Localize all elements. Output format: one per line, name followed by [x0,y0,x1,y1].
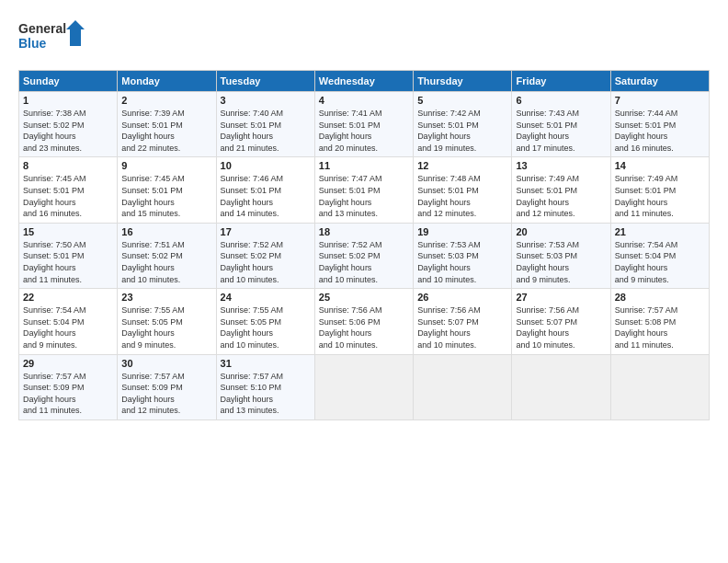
day-info: Sunrise: 7:50 AMSunset: 5:01 PMDaylight … [23,239,113,285]
day-number: 4 [319,95,409,106]
day-number: 24 [221,292,311,303]
day-number: 7 [615,95,705,106]
day-info: Sunrise: 7:40 AMSunset: 5:01 PMDaylight … [221,108,311,154]
calendar-cell: 26Sunrise: 7:56 AMSunset: 5:07 PMDayligh… [414,289,512,354]
day-number: 22 [23,292,113,303]
day-number: 3 [221,95,311,106]
calendar-cell: 25Sunrise: 7:56 AMSunset: 5:06 PMDayligh… [314,289,413,354]
day-number: 5 [417,95,507,106]
calendar-cell: 28Sunrise: 7:57 AMSunset: 5:08 PMDayligh… [610,289,709,354]
day-info: Sunrise: 7:38 AMSunset: 5:02 PMDaylight … [23,108,113,154]
weekday-header-monday: Monday [118,71,216,92]
day-info: Sunrise: 7:51 AMSunset: 5:02 PMDaylight … [121,239,211,285]
calendar-cell: 31Sunrise: 7:57 AMSunset: 5:10 PMDayligh… [216,354,314,419]
day-info: Sunrise: 7:57 AMSunset: 5:09 PMDaylight … [23,371,113,417]
day-info: Sunrise: 7:45 AMSunset: 5:01 PMDaylight … [121,173,211,219]
day-info: Sunrise: 7:41 AMSunset: 5:01 PMDaylight … [319,108,409,154]
day-number: 16 [121,226,211,237]
day-number: 15 [23,226,113,237]
calendar-cell: 3Sunrise: 7:40 AMSunset: 5:01 PMDaylight… [216,92,314,157]
header: General Blue [18,17,710,61]
day-number: 26 [417,292,507,303]
logo-svg: General Blue [18,17,92,61]
day-number: 11 [319,160,409,171]
day-number: 30 [121,358,211,369]
day-info: Sunrise: 7:56 AMSunset: 5:07 PMDaylight … [516,304,606,350]
calendar-cell: 20Sunrise: 7:53 AMSunset: 5:03 PMDayligh… [512,223,610,288]
day-info: Sunrise: 7:39 AMSunset: 5:01 PMDaylight … [121,108,211,154]
calendar-cell: 5Sunrise: 7:42 AMSunset: 5:01 PMDaylight… [414,92,512,157]
day-number: 18 [319,226,409,237]
day-info: Sunrise: 7:49 AMSunset: 5:01 PMDaylight … [516,173,606,219]
logo: General Blue [18,17,92,61]
calendar-cell: 4Sunrise: 7:41 AMSunset: 5:01 PMDaylight… [314,92,413,157]
weekday-header-tuesday: Tuesday [216,71,314,92]
calendar-cell: 17Sunrise: 7:52 AMSunset: 5:02 PMDayligh… [216,223,314,288]
day-number: 14 [615,160,705,171]
day-info: Sunrise: 7:55 AMSunset: 5:05 PMDaylight … [121,304,211,350]
day-number: 27 [516,292,606,303]
calendar-week-row: 15Sunrise: 7:50 AMSunset: 5:01 PMDayligh… [19,223,710,288]
calendar-cell: 16Sunrise: 7:51 AMSunset: 5:02 PMDayligh… [118,223,216,288]
day-number: 28 [615,292,705,303]
day-info: Sunrise: 7:56 AMSunset: 5:07 PMDaylight … [417,304,507,350]
day-info: Sunrise: 7:57 AMSunset: 5:09 PMDaylight … [121,371,211,417]
day-info: Sunrise: 7:54 AMSunset: 5:04 PMDaylight … [615,239,705,285]
calendar-cell: 23Sunrise: 7:55 AMSunset: 5:05 PMDayligh… [118,289,216,354]
calendar-week-row: 8Sunrise: 7:45 AMSunset: 5:01 PMDaylight… [19,157,710,223]
calendar-cell: 1Sunrise: 7:38 AMSunset: 5:02 PMDaylight… [19,92,118,157]
calendar-cell: 6Sunrise: 7:43 AMSunset: 5:01 PMDaylight… [512,92,610,157]
calendar-cell: 13Sunrise: 7:49 AMSunset: 5:01 PMDayligh… [512,157,610,223]
calendar-cell: 21Sunrise: 7:54 AMSunset: 5:04 PMDayligh… [610,223,709,288]
weekday-header-friday: Friday [512,71,610,92]
calendar-cell: 2Sunrise: 7:39 AMSunset: 5:01 PMDaylight… [118,92,216,157]
day-info: Sunrise: 7:52 AMSunset: 5:02 PMDaylight … [319,239,409,285]
day-number: 20 [516,226,606,237]
weekday-header-sunday: Sunday [19,71,118,92]
calendar-cell: 27Sunrise: 7:56 AMSunset: 5:07 PMDayligh… [512,289,610,354]
day-number: 23 [121,292,211,303]
calendar-week-row: 1Sunrise: 7:38 AMSunset: 5:02 PMDaylight… [19,92,710,157]
svg-text:Blue: Blue [18,36,47,51]
day-number: 25 [319,292,409,303]
calendar-cell [512,354,610,419]
calendar-table: SundayMondayTuesdayWednesdayThursdayFrid… [18,70,710,420]
calendar-cell: 10Sunrise: 7:46 AMSunset: 5:01 PMDayligh… [216,157,314,223]
weekday-header-wednesday: Wednesday [314,71,413,92]
day-info: Sunrise: 7:52 AMSunset: 5:02 PMDaylight … [221,239,311,285]
calendar-cell: 11Sunrise: 7:47 AMSunset: 5:01 PMDayligh… [314,157,413,223]
day-info: Sunrise: 7:55 AMSunset: 5:05 PMDaylight … [221,304,311,350]
day-info: Sunrise: 7:56 AMSunset: 5:06 PMDaylight … [319,304,409,350]
calendar-cell: 8Sunrise: 7:45 AMSunset: 5:01 PMDaylight… [19,157,118,223]
calendar-cell: 15Sunrise: 7:50 AMSunset: 5:01 PMDayligh… [19,223,118,288]
calendar-cell: 29Sunrise: 7:57 AMSunset: 5:09 PMDayligh… [19,354,118,419]
calendar-cell: 22Sunrise: 7:54 AMSunset: 5:04 PMDayligh… [19,289,118,354]
calendar-cell: 7Sunrise: 7:44 AMSunset: 5:01 PMDaylight… [610,92,709,157]
calendar-cell: 18Sunrise: 7:52 AMSunset: 5:02 PMDayligh… [314,223,413,288]
calendar-week-row: 29Sunrise: 7:57 AMSunset: 5:09 PMDayligh… [19,354,710,419]
day-number: 17 [221,226,311,237]
day-info: Sunrise: 7:57 AMSunset: 5:08 PMDaylight … [615,304,705,350]
day-number: 19 [417,226,507,237]
calendar-cell: 19Sunrise: 7:53 AMSunset: 5:03 PMDayligh… [414,223,512,288]
page: General Blue SundayMondayTuesdayWednesda… [0,0,728,430]
day-number: 10 [221,160,311,171]
svg-marker-2 [66,20,85,46]
calendar-cell: 14Sunrise: 7:49 AMSunset: 5:01 PMDayligh… [610,157,709,223]
day-info: Sunrise: 7:44 AMSunset: 5:01 PMDaylight … [615,108,705,154]
calendar-cell: 30Sunrise: 7:57 AMSunset: 5:09 PMDayligh… [118,354,216,419]
day-info: Sunrise: 7:42 AMSunset: 5:01 PMDaylight … [417,108,507,154]
day-number: 21 [615,226,705,237]
calendar-week-row: 22Sunrise: 7:54 AMSunset: 5:04 PMDayligh… [19,289,710,354]
day-number: 31 [221,358,311,369]
svg-text:General: General [18,21,66,36]
calendar-cell [414,354,512,419]
weekday-header-saturday: Saturday [610,71,709,92]
day-number: 9 [121,160,211,171]
day-number: 2 [121,95,211,106]
day-number: 1 [23,95,113,106]
calendar-cell: 12Sunrise: 7:48 AMSunset: 5:01 PMDayligh… [414,157,512,223]
day-info: Sunrise: 7:45 AMSunset: 5:01 PMDaylight … [23,173,113,219]
day-info: Sunrise: 7:46 AMSunset: 5:01 PMDaylight … [221,173,311,219]
calendar-cell: 9Sunrise: 7:45 AMSunset: 5:01 PMDaylight… [118,157,216,223]
